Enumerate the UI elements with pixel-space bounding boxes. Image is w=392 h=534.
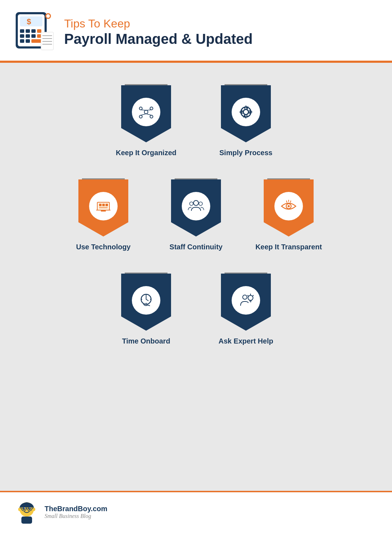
svg-line-52 [146, 299, 148, 301]
svg-rect-6 [31, 29, 36, 33]
svg-rect-5 [26, 29, 30, 33]
badge-keep-it-organized: Keep It Organized [107, 84, 185, 157]
svg-point-25 [139, 115, 142, 118]
svg-text:$: $ [27, 17, 31, 26]
svg-point-42 [194, 200, 198, 205]
footer: TheBrandBoy.com Small Business Blog [0, 491, 392, 532]
footer-avatar [14, 499, 39, 524]
svg-point-58 [248, 295, 253, 300]
pennant-body [264, 179, 314, 237]
pennant-line [225, 273, 267, 274]
pennant-keep-it-organized [121, 84, 171, 142]
badge-label-staff-continuity: Staff Continuity [170, 243, 223, 251]
technology-icon [89, 192, 118, 220]
svg-rect-13 [26, 39, 30, 43]
badge-label-keep-it-transparent: Keep It Transparent [256, 243, 322, 251]
svg-line-29 [141, 114, 146, 115]
pennant-ask-expert-help [221, 273, 271, 331]
pennant-body [221, 274, 271, 331]
svg-point-31 [243, 110, 248, 115]
svg-line-49 [290, 201, 291, 202]
footer-tagline: Small Business Blog [45, 513, 107, 519]
svg-point-21 [46, 14, 50, 18]
svg-rect-40 [105, 204, 108, 206]
svg-rect-2 [20, 16, 42, 26]
time-icon [132, 286, 160, 315]
pennant-line [175, 178, 217, 179]
organize-icon [132, 98, 160, 126]
svg-rect-76 [21, 517, 32, 524]
svg-rect-8 [20, 34, 24, 38]
expert-icon [232, 286, 260, 315]
svg-line-27 [141, 110, 146, 110]
svg-point-46 [288, 205, 290, 207]
badge-ask-expert-help: Ask Expert Help [207, 273, 285, 345]
eye-icon [274, 192, 303, 220]
svg-point-22 [144, 110, 148, 114]
svg-line-63 [248, 295, 248, 296]
svg-point-33 [243, 109, 249, 115]
svg-point-26 [150, 115, 153, 118]
pennant-body [221, 85, 271, 142]
pennant-simply-process [221, 84, 271, 142]
badge-label-use-technology: Use Technology [76, 243, 131, 251]
svg-rect-14 [31, 39, 41, 43]
pennant-line [125, 84, 167, 85]
badge-label-simply-process: Simply Process [220, 149, 273, 157]
header-icon: $ [14, 11, 57, 54]
footer-text: TheBrandBoy.com Small Business Blog [45, 505, 107, 519]
header: $ Tips To Keep Payroll Managed & U [0, 0, 392, 61]
pennant-use-technology [78, 178, 128, 237]
svg-rect-41 [99, 207, 108, 208]
svg-line-62 [253, 295, 253, 296]
badge-time-onboard: Time Onboard [107, 273, 185, 345]
svg-rect-37 [101, 210, 106, 212]
svg-rect-11 [37, 34, 41, 38]
svg-point-67 [24, 508, 25, 509]
row-3: Time Onboard [14, 273, 378, 345]
main-content: Keep It Organized [0, 63, 392, 491]
badge-use-technology: Use Technology [64, 178, 143, 251]
pennant-line [82, 178, 125, 179]
svg-point-24 [150, 107, 153, 110]
svg-line-47 [287, 201, 287, 202]
pennant-body [121, 85, 171, 142]
pennant-keep-it-transparent [264, 178, 314, 237]
svg-point-57 [243, 295, 247, 299]
badge-label-ask-expert-help: Ask Expert Help [218, 337, 273, 345]
badge-label-time-onboard: Time Onboard [122, 337, 170, 345]
svg-line-28 [146, 110, 151, 110]
svg-point-32 [241, 107, 251, 117]
footer-brand: TheBrandBoy.com [45, 505, 107, 513]
svg-rect-4 [20, 29, 24, 33]
header-title: Payroll Managed & Updated [64, 30, 253, 47]
pennant-time-onboard [121, 273, 171, 331]
header-subtitle: Tips To Keep [64, 17, 253, 30]
pennant-body [78, 179, 128, 237]
svg-rect-38 [99, 204, 102, 206]
svg-point-43 [190, 202, 193, 205]
pennant-line [267, 178, 310, 179]
row-2: Use Technology [14, 178, 378, 251]
svg-rect-12 [20, 39, 24, 43]
svg-point-44 [199, 202, 202, 205]
svg-point-68 [30, 508, 31, 509]
pennant-staff-continuity [171, 178, 221, 237]
header-text: Tips To Keep Payroll Managed & Updated [64, 17, 253, 47]
svg-rect-10 [31, 34, 36, 38]
pennant-body [171, 179, 221, 237]
badge-label-keep-it-organized: Keep It Organized [116, 149, 176, 157]
svg-line-30 [146, 114, 151, 115]
badge-staff-continuity: Staff Continuity [157, 178, 235, 251]
svg-rect-9 [26, 34, 30, 38]
gear-icon [232, 98, 260, 126]
svg-rect-7 [37, 29, 41, 33]
badge-keep-it-transparent: Keep It Transparent [249, 178, 328, 251]
pennant-line [225, 84, 267, 85]
staff-icon [182, 192, 210, 220]
svg-rect-39 [102, 204, 105, 206]
pennant-line [125, 273, 167, 274]
pennant-body [121, 274, 171, 331]
svg-point-23 [139, 107, 142, 110]
row-1: Keep It Organized [14, 84, 378, 157]
